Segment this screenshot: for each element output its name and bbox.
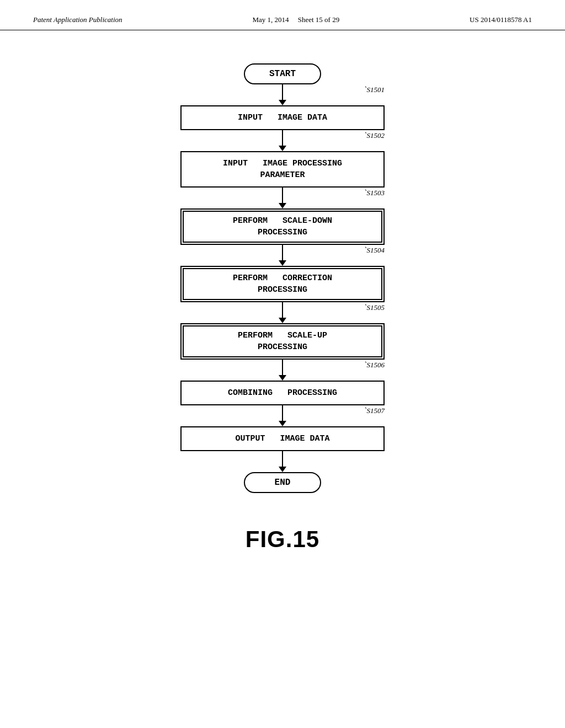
arrow-head — [279, 421, 286, 426]
step-label-s1507: ˋS1507 — [363, 406, 385, 415]
diagram-container: START ˋS1501 INPUT IMAGE DATA ˋS1502 INP… — [0, 30, 565, 553]
step-s1503: PERFORM SCALE-DOWNPROCESSING — [180, 208, 385, 245]
arrow-head — [279, 203, 286, 208]
step-label-s1502: ˋS1502 — [363, 131, 385, 140]
arrow-to-end — [180, 451, 385, 472]
header-sheet: Sheet 15 of 29 — [298, 15, 339, 24]
step-s1502: INPUT IMAGE PROCESSINGPARAMETER — [180, 151, 385, 188]
arrow-line — [282, 451, 283, 467]
arrow-to-s1505: ˋS1505 — [180, 302, 385, 323]
arrow-to-s1501: ˋS1501 — [180, 84, 385, 105]
step-s1504: PERFORM CORRECTIONPROCESSING — [180, 266, 385, 302]
flowchart: START ˋS1501 INPUT IMAGE DATA ˋS1502 INP… — [180, 63, 385, 493]
arrow-head — [279, 100, 286, 105]
arrow-to-s1503: ˋS1503 — [180, 188, 385, 208]
arrow-line — [282, 302, 283, 318]
step-label-s1503: ˋS1503 — [363, 189, 385, 197]
start-node: START — [244, 63, 321, 84]
arrow-line — [282, 84, 283, 100]
arrow-head — [279, 467, 286, 472]
arrow-line — [282, 245, 283, 260]
header-patent-number: US 2014/0118578 A1 — [470, 15, 532, 24]
arrow-head — [279, 375, 286, 381]
arrow-head — [279, 318, 286, 323]
page-header: Patent Application Publication May 1, 20… — [0, 0, 565, 30]
header-date: May 1, 2014 — [252, 15, 289, 24]
step-s1501: INPUT IMAGE DATA — [180, 105, 385, 130]
step-label-s1501: ˋS1501 — [363, 85, 385, 94]
arrow-to-s1502: ˋS1502 — [180, 130, 385, 151]
arrow-line — [282, 188, 283, 203]
step-label-s1504: ˋS1504 — [363, 246, 385, 255]
arrow-to-s1506: ˋS1506 — [180, 360, 385, 381]
arrow-to-s1504: ˋS1504 — [180, 245, 385, 266]
arrow-head — [279, 146, 286, 151]
header-publication: Patent Application Publication — [33, 15, 122, 24]
step-s1506: COMBINING PROCESSING — [180, 381, 385, 405]
arrow-line — [282, 405, 283, 421]
end-node: END — [244, 472, 321, 493]
figure-label: FIG.15 — [246, 526, 319, 553]
step-s1505: PERFORM SCALE-UPPROCESSING — [180, 323, 385, 360]
arrow-head — [279, 260, 286, 266]
arrow-line — [282, 130, 283, 146]
header-date-sheet: May 1, 2014 Sheet 15 of 29 — [252, 15, 339, 24]
step-label-s1505: ˋS1505 — [363, 303, 385, 312]
arrow-to-s1507: ˋS1507 — [180, 405, 385, 426]
arrow-line — [282, 360, 283, 375]
step-label-s1506: ˋS1506 — [363, 361, 385, 370]
step-s1507: OUTPUT IMAGE DATA — [180, 426, 385, 451]
